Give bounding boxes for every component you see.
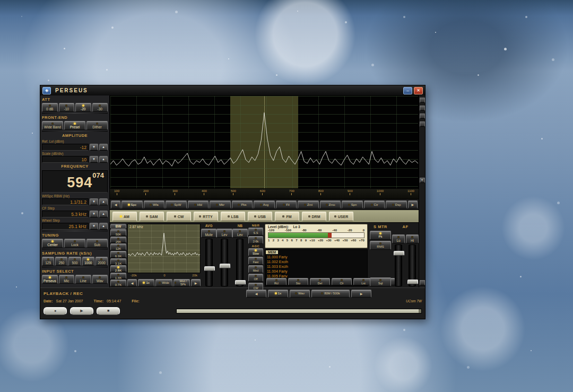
tuning-button-center[interactable]: Center — [42, 239, 63, 248]
toolbar-button-pks[interactable]: Pks — [232, 201, 253, 208]
sampling-button-250[interactable]: 250 — [55, 257, 67, 266]
mode-button-user[interactable]: USER — [329, 212, 353, 221]
nb-lev-slider-button-lev[interactable]: Lev — [232, 229, 248, 238]
memory-list[interactable]: 11.000 Fariy11.002 Excih11.003 Excih11.0… — [265, 255, 367, 277]
toolbar-scroll-left-button[interactable]: ◀ — [111, 201, 120, 208]
scale-down-button[interactable]: ▼ — [90, 156, 98, 163]
scale-up-button[interactable]: ▲ — [99, 156, 108, 163]
frontend-button-wide-band[interactable]: Wide Band — [42, 121, 63, 130]
toolbar-button-dsp[interactable]: Dsp — [386, 201, 407, 208]
frequency-scale[interactable]: 10020030040050060070080090010001100 — [110, 189, 419, 199]
toolbar-button-ctr[interactable]: Ctr — [364, 201, 385, 208]
rbw-down-button[interactable]: ▼ — [90, 198, 98, 205]
input-button-mic[interactable]: Mic — [59, 275, 75, 284]
agc-button-med[interactable]: Med — [248, 265, 263, 273]
avg-mute-slider-button-mute[interactable]: Mute — [201, 229, 216, 238]
mode-button-rtty[interactable]: RTTY — [194, 212, 218, 221]
bw-button-6-3k[interactable]: 6.3K — [110, 251, 126, 258]
bw-button-2-8k[interactable]: 2.8K — [110, 265, 126, 272]
close-button[interactable]: ✕ — [414, 87, 423, 94]
af-lo-slider-handle[interactable] — [394, 251, 404, 256]
secondary-left-arrow-button[interactable]: ◀ — [127, 279, 137, 286]
bw-button-25k[interactable]: 25K — [110, 237, 126, 243]
playback-progress-bar[interactable] — [176, 309, 422, 313]
toolbar-scroll-right-button[interactable]: ▶ — [408, 201, 418, 208]
wheel-step-up-button[interactable]: ▲ — [99, 223, 108, 230]
memory-entry[interactable]: 11.005 Fariy — [267, 274, 366, 277]
mode-button-usb[interactable]: USB — [248, 212, 272, 221]
secondary-control-1x[interactable]: 1x — [138, 279, 154, 286]
nb-lev-slider-handle[interactable] — [235, 280, 246, 285]
strip-button-1[interactable] — [420, 98, 425, 103]
toolbar-button-fil[interactable]: Fil — [276, 201, 297, 208]
memory-entry[interactable]: 11.003 Excih — [267, 264, 366, 269]
toolbar-button-avg[interactable]: Avg — [254, 201, 275, 208]
avg-mute-slider-handle[interactable] — [204, 266, 215, 271]
titlebar[interactable]: ◈ PERSEUS – ✕ — [40, 85, 425, 95]
stop-button[interactable]: ■ — [97, 307, 120, 315]
att-button-0-db[interactable]: 0 dB — [42, 103, 58, 112]
tuning-button-sub[interactable]: Sub — [86, 239, 108, 248]
record-button[interactable]: ● — [44, 307, 67, 315]
frequency-display[interactable]: 594074 — [42, 170, 108, 193]
secondary-spectrum-display[interactable]: 2.87 kHz — [127, 224, 201, 273]
toolbar-button-zmo[interactable]: Zmo — [320, 201, 341, 208]
playback-control-1x[interactable]: 1x — [268, 290, 288, 298]
avg-lev-slider-track[interactable] — [221, 239, 228, 286]
tuning-button-lock[interactable]: Lock — [64, 239, 85, 248]
bw-button-0-7k[interactable]: 0.7K — [110, 280, 126, 286]
smtr-button-pk[interactable]: Pk — [370, 231, 391, 240]
mem-button-sto[interactable]: Sto — [288, 278, 308, 285]
toolbar-button-spn[interactable]: Spn — [342, 201, 363, 208]
mode-button-cw[interactable]: CW — [167, 212, 191, 221]
memory-entry[interactable]: 11.004 Fariy — [267, 269, 366, 274]
secondary-right-arrow-button[interactable]: ▶ — [191, 279, 201, 286]
input-button-wav[interactable]: Wav — [92, 275, 108, 284]
bw-button-12k[interactable]: 12K — [110, 243, 126, 250]
toolbar-button-mkr[interactable]: Mkr — [210, 201, 231, 208]
toolbar-button-wfa[interactable]: Wfa — [144, 201, 165, 208]
playback-control-wav[interactable]: Wav — [290, 290, 310, 298]
nbr-button-2-6k[interactable]: 2-6k — [248, 236, 263, 244]
cf-step-down-button[interactable]: ▼ — [90, 211, 98, 217]
bw-button-50k[interactable]: 50K — [110, 229, 126, 236]
wheel-step-down-button[interactable]: ▼ — [90, 223, 98, 230]
memory-entry[interactable]: 11.000 Fariy — [267, 255, 366, 259]
memory-entry[interactable]: 11.002 Excih — [267, 259, 366, 264]
secondary-control-wide[interactable]: Wide — [155, 279, 172, 286]
strip-bottom-button[interactable] — [420, 280, 425, 285]
strip-button-4[interactable] — [420, 121, 425, 127]
secondary-control-mid-5pk[interactable]: Mid / 5Pk — [173, 279, 190, 286]
af-lo-slider-button-lo[interactable]: Lo — [392, 234, 405, 243]
minimize-button[interactable]: – — [403, 87, 412, 94]
playback-right-arrow-button[interactable]: ▶ — [351, 290, 371, 298]
af-hi-slider-button-hi[interactable]: Hi — [406, 234, 419, 243]
mode-button-sam[interactable]: SAM — [140, 212, 164, 221]
toolbar-button-hld[interactable]: Hld — [188, 201, 209, 208]
input-button-perseus[interactable]: Perseus — [42, 275, 58, 284]
avg-lev-slider-button-lev[interactable]: Lev — [216, 229, 232, 238]
ref-level-up-button[interactable]: ▲ — [99, 144, 108, 151]
af-hi-slider-handle[interactable] — [407, 280, 418, 284]
att-button-10[interactable]: -10 — [59, 103, 75, 112]
sampling-button-1000[interactable]: 1000 — [82, 257, 94, 266]
toolbar-button-zmi[interactable]: Zmi — [298, 201, 319, 208]
playback-left-arrow-button[interactable]: ◀ — [246, 290, 266, 298]
bw-button-1-4k[interactable]: 1.4K — [110, 273, 126, 280]
sampling-button-500[interactable]: 500 — [68, 257, 81, 266]
toolbar-button-spc[interactable]: Spc — [121, 201, 143, 208]
bw-button-3-1k[interactable]: 3.1K — [110, 258, 126, 265]
frontend-button-dither[interactable]: Dither — [86, 121, 108, 130]
rbw-up-button[interactable]: ▲ — [99, 198, 108, 205]
avg-mute-slider-track[interactable] — [205, 239, 213, 286]
mem-button-rcl[interactable]: Rcl — [266, 278, 286, 285]
sampling-button-125[interactable]: 125 — [42, 257, 54, 266]
nbr-button-s-s[interactable]: S.S — [248, 228, 263, 236]
toolbar-button-spw[interactable]: SpW — [166, 201, 187, 208]
smtr-bottom-button[interactable]: Sql — [370, 277, 391, 286]
smtr-button-rms[interactable]: RMS — [370, 241, 391, 250]
cf-step-up-button[interactable]: ▲ — [99, 211, 108, 217]
play-button[interactable]: ▶ — [70, 307, 93, 315]
main-spectrum-display[interactable] — [110, 95, 419, 189]
agc-button-off[interactable]: Off — [248, 274, 263, 282]
